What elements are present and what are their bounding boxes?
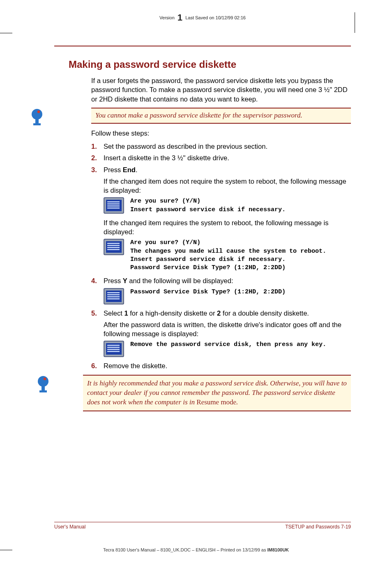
footer-meta: Tecra 8100 User's Manual – 8100_UK.DOC –… xyxy=(0,547,392,552)
screen-text: Remove the password service disk, then p… xyxy=(130,341,351,349)
svg-rect-19 xyxy=(107,292,120,293)
screen-icon xyxy=(104,197,124,214)
list-item: 2. Insert a diskette in the 3 ½" diskett… xyxy=(91,153,351,162)
svg-rect-22 xyxy=(107,298,120,300)
step-number: 6. xyxy=(91,361,97,370)
svg-rect-21 xyxy=(107,296,120,298)
step-text: Set the password as described in the pre… xyxy=(104,143,267,150)
steps-list: 1. Set the password as described in the … xyxy=(91,142,351,371)
step-subtext: If the changed item does not require the… xyxy=(104,177,351,195)
step-text: Remove the diskette. xyxy=(104,362,167,369)
svg-rect-20 xyxy=(107,294,120,295)
step-number: 3. xyxy=(91,165,97,174)
footer-left: User's Manual xyxy=(54,524,85,530)
crop-mark xyxy=(355,12,355,33)
svg-rect-28 xyxy=(107,351,120,352)
screen-line: Are you sure? (Y/N) xyxy=(130,197,351,205)
screen-line: Insert password service disk if necessar… xyxy=(130,206,351,214)
list-item: 3. Press End. If the changed item does n… xyxy=(91,165,351,272)
screen-text: Password Service Disk Type? (1:2HD, 2:2D… xyxy=(130,288,351,296)
footer-right: TSETUP and Passwords 7-19 xyxy=(285,524,351,530)
intro-paragraph: If a user forgets the password, the pass… xyxy=(91,76,351,104)
screen-message: Are you sure? (Y/N) The changes you made… xyxy=(104,239,351,272)
document-page: Version 1 Last Saved on 10/12/99 02:16 M… xyxy=(0,0,392,579)
screen-message: Remove the password service disk, then p… xyxy=(104,341,351,357)
screen-line: Are you sure? (Y/N) xyxy=(130,239,351,247)
step-number: 2. xyxy=(91,153,97,162)
screen-line: Remove the password service disk, then p… xyxy=(130,341,351,349)
list-item: 4. Press Y and the following will be dis… xyxy=(91,276,351,304)
screen-text: Are you sure? (Y/N) Insert password serv… xyxy=(130,197,351,214)
svg-rect-33 xyxy=(39,381,45,383)
screen-icon xyxy=(104,341,124,357)
svg-rect-27 xyxy=(107,349,120,350)
svg-rect-14 xyxy=(107,245,120,246)
svg-rect-3 xyxy=(33,123,41,125)
screen-icon xyxy=(104,288,124,304)
screen-line: The changes you made will cause the syst… xyxy=(130,247,351,256)
note-box-2: It is highly recommended that you make a… xyxy=(83,375,351,411)
screen-line: Password Service Disk Type? (1:2HD, 2:2D… xyxy=(130,288,351,296)
step-text: Select 1 for a high-density diskette or … xyxy=(104,309,309,317)
step-number: 5. xyxy=(91,309,97,318)
svg-rect-4 xyxy=(33,114,39,116)
version-number: 1 xyxy=(178,12,182,23)
svg-rect-10 xyxy=(107,208,120,209)
follow-paragraph: Follow these steps: xyxy=(91,129,351,138)
crop-mark xyxy=(0,33,12,33)
list-item: 1. Set the password as described in the … xyxy=(91,142,351,151)
note-box-1: You cannot make a password service diske… xyxy=(91,108,351,124)
screen-icon xyxy=(104,239,124,255)
top-rule xyxy=(54,46,351,46)
follow-text: Follow these steps: xyxy=(91,129,351,138)
step-number: 4. xyxy=(91,276,97,285)
page-footer: User's Manual TSETUP and Passwords 7-19 xyxy=(54,522,351,530)
list-item: 6. Remove the diskette. xyxy=(91,361,351,370)
step-text: Insert a diskette in the 3 ½" diskette d… xyxy=(104,154,229,161)
step-number: 1. xyxy=(91,142,97,151)
svg-rect-25 xyxy=(107,345,120,346)
svg-rect-13 xyxy=(107,243,120,244)
step-text: Press End. xyxy=(104,166,138,173)
svg-rect-7 xyxy=(107,201,120,203)
svg-rect-32 xyxy=(39,390,47,392)
screen-message: Password Service Disk Type? (1:2HD, 2:2D… xyxy=(104,288,351,304)
svg-rect-8 xyxy=(107,203,120,205)
header-meta: Version 1 Last Saved on 10/12/99 02:16 xyxy=(54,12,351,23)
screen-text: Are you sure? (Y/N) The changes you made… xyxy=(130,239,351,272)
note-2-text: It is highly recommended that you make a… xyxy=(87,379,347,407)
step-subtext: If the changed item requires the system … xyxy=(104,218,351,237)
last-saved: Last Saved on 10/12/99 02:16 xyxy=(185,15,246,20)
svg-rect-26 xyxy=(107,347,120,348)
svg-point-1 xyxy=(37,111,40,113)
svg-rect-9 xyxy=(107,205,120,207)
svg-point-30 xyxy=(44,377,46,380)
version-label: Version xyxy=(159,15,175,20)
screen-line: Insert password service disk if necessar… xyxy=(130,256,351,264)
screen-message: Are you sure? (Y/N) Insert password serv… xyxy=(104,197,351,214)
list-item: 5. Select 1 for a high-density diskette … xyxy=(91,309,351,358)
step-subtext: After the password data is written, the … xyxy=(104,320,351,339)
info-icon xyxy=(28,108,46,127)
section-title: Making a password service diskette xyxy=(69,59,351,70)
note-1-text: You cannot make a password service diske… xyxy=(95,111,347,120)
intro-text: If a user forgets the password, the pass… xyxy=(91,76,351,104)
screen-line: Password Service Disk Type? (1:2HD, 2:2D… xyxy=(130,264,351,272)
svg-rect-16 xyxy=(107,249,120,250)
svg-rect-15 xyxy=(107,247,120,248)
info-icon xyxy=(34,376,53,394)
step-text: Press Y and the following will be displa… xyxy=(104,277,233,284)
footer-rule xyxy=(54,522,351,522)
note-row-1: You cannot make a password service diske… xyxy=(54,108,351,124)
note-row-2: It is highly recommended that you make a… xyxy=(54,375,351,411)
